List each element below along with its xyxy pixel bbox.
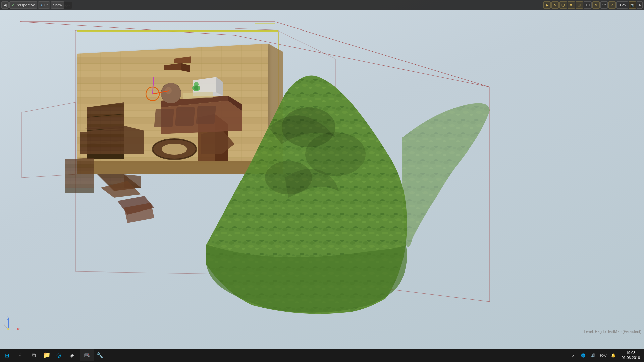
taskbar-app-unreal[interactable]: 🎮 xyxy=(80,349,94,361)
svg-text:X: X xyxy=(18,328,20,330)
clock-date: 01.06.2016 xyxy=(622,355,640,360)
svg-marker-44 xyxy=(87,102,124,154)
scale-value: 0.25 xyxy=(619,3,626,7)
svg-point-76 xyxy=(194,82,199,87)
svg-marker-41 xyxy=(77,161,268,174)
showflags-icon: ⚑ xyxy=(570,3,573,7)
toolbar-right: ▶ ☀ ⬡ ⚑ ⊞ 10 ↻ 5° ⤢ xyxy=(543,1,643,9)
svg-marker-69 xyxy=(164,63,181,70)
scale-value-btn[interactable]: 0.25 xyxy=(616,1,628,9)
svg-line-48 xyxy=(87,141,124,144)
level-info: Level: RagdollTestMap (Persistent) xyxy=(584,329,641,334)
svg-text:Y: Y xyxy=(4,324,5,326)
taskbar-app-edge[interactable]: ◎ xyxy=(54,349,67,361)
svg-point-60 xyxy=(153,139,196,159)
showflags-btn[interactable]: ⚑ xyxy=(568,1,575,9)
volume-icon: 🔊 xyxy=(591,353,596,358)
clock-display[interactable]: 19:03 01.06.2016 xyxy=(619,349,643,362)
toolbar-show-btn[interactable]: Show xyxy=(51,1,65,9)
level-label: Level: xyxy=(584,329,594,334)
svg-text:Z: Z xyxy=(7,316,9,317)
tray-network[interactable]: 🌐 xyxy=(579,349,588,361)
svg-point-99 xyxy=(7,328,9,330)
svg-marker-82 xyxy=(124,203,154,223)
svg-line-35 xyxy=(278,251,335,275)
scene-svg xyxy=(0,10,644,349)
svg-marker-64 xyxy=(216,77,223,96)
svg-line-32 xyxy=(235,28,278,30)
svg-marker-54 xyxy=(161,101,241,134)
rotation-snap-icon: ↻ xyxy=(594,3,597,7)
svg-rect-59 xyxy=(196,106,216,124)
lit-dot-icon: ● xyxy=(40,3,43,7)
toolbar-perspective-btn[interactable]: ✓ Perspective xyxy=(9,1,37,9)
search-icon: ⚲ xyxy=(18,353,22,358)
taskbar-app-epic[interactable]: ◈ xyxy=(67,349,80,361)
svg-rect-14 xyxy=(0,10,644,349)
svg-rect-77 xyxy=(194,86,198,90)
tray-language[interactable]: РУС xyxy=(599,349,608,361)
realtime-btn[interactable]: ▶ xyxy=(543,1,551,9)
svg-line-31 xyxy=(75,272,278,275)
svg-point-87 xyxy=(305,132,366,176)
grid-btn[interactable]: ⊞ xyxy=(576,1,583,9)
taskbar-tray: ∧ 🌐 🔊 РУС 🔔 19:03 01.06.2016 xyxy=(569,349,644,362)
toolbar-perspective-label: Perspective xyxy=(16,3,35,7)
svg-line-33 xyxy=(277,30,335,59)
tray-chevron[interactable]: ∧ xyxy=(569,349,578,361)
svg-marker-79 xyxy=(124,174,141,188)
edge-icon: ◎ xyxy=(56,352,61,358)
grid-value-btn[interactable]: 10 xyxy=(584,1,592,9)
svg-rect-58 xyxy=(175,107,195,126)
back-button[interactable]: ◀ xyxy=(1,1,9,9)
search-button[interactable]: ⚲ xyxy=(13,349,27,362)
epic-icon: ◈ xyxy=(70,352,74,358)
viewport-3d[interactable]: ✓ Perspective ● Lit Show Z X Y Level: Ra… xyxy=(0,0,644,349)
camera-speed-btn[interactable]: 📷 xyxy=(629,1,636,9)
svg-marker-84 xyxy=(65,188,94,193)
back-icon: ◀ xyxy=(4,3,6,7)
network-icon: 🌐 xyxy=(581,353,586,358)
rotation-value: 5° xyxy=(602,3,606,7)
scale-snap-btn[interactable]: ⤢ xyxy=(608,1,616,9)
unreal-icon: 🎮 xyxy=(83,352,90,358)
tray-notification[interactable]: 🔔 xyxy=(609,349,618,361)
svg-line-27 xyxy=(22,174,75,178)
lighting-btn[interactable]: ☀ xyxy=(551,1,559,9)
svg-marker-70 xyxy=(181,63,190,72)
toolbar-lit-btn[interactable]: ● Lit xyxy=(38,1,50,9)
addon-icon: 🔧 xyxy=(97,352,103,358)
main-toolbar: ◀ ✓ Perspective ● Lit Show ▶ ☀ ⬡ ⚑ ⊞ xyxy=(0,0,644,10)
projection-btn[interactable]: ⬡ xyxy=(559,1,567,9)
svg-marker-55 xyxy=(161,96,228,107)
svg-marker-92 xyxy=(7,317,9,320)
svg-marker-80 xyxy=(101,181,141,198)
taskbar-app-addon[interactable]: 🔧 xyxy=(94,349,107,361)
start-button[interactable]: ⊞ xyxy=(0,349,13,362)
camera-speed-value-btn[interactable]: 4 xyxy=(637,1,643,9)
svg-marker-56 xyxy=(228,96,241,111)
toolbar-show-label: Show xyxy=(53,3,62,7)
rotation-value-btn[interactable]: 5° xyxy=(600,1,608,9)
projection-icon: ⬡ xyxy=(561,3,565,7)
rotation-snap-btn[interactable]: ↻ xyxy=(592,1,600,9)
svg-marker-65 xyxy=(193,92,223,96)
svg-marker-63 xyxy=(193,77,216,92)
svg-line-47 xyxy=(87,127,124,131)
svg-marker-49 xyxy=(80,129,124,154)
svg-marker-43 xyxy=(77,161,283,174)
svg-point-86 xyxy=(265,161,312,194)
task-view-button[interactable]: ⧉ xyxy=(27,349,40,362)
chevron-icon: ∧ xyxy=(572,354,574,357)
realtime-icon: ▶ xyxy=(546,3,548,7)
camera-speed-value: 4 xyxy=(639,3,641,7)
toolbar-lit-label: Lit xyxy=(44,3,48,7)
lighting-icon: ☀ xyxy=(553,3,557,7)
taskbar-app-explorer[interactable]: 📁 xyxy=(40,349,54,361)
grid-value: 10 xyxy=(586,3,590,7)
svg-point-72 xyxy=(146,87,159,101)
tray-volume[interactable]: 🔊 xyxy=(589,349,598,361)
svg-line-74 xyxy=(153,77,154,94)
svg-point-85 xyxy=(282,107,335,147)
svg-point-62 xyxy=(153,139,196,159)
